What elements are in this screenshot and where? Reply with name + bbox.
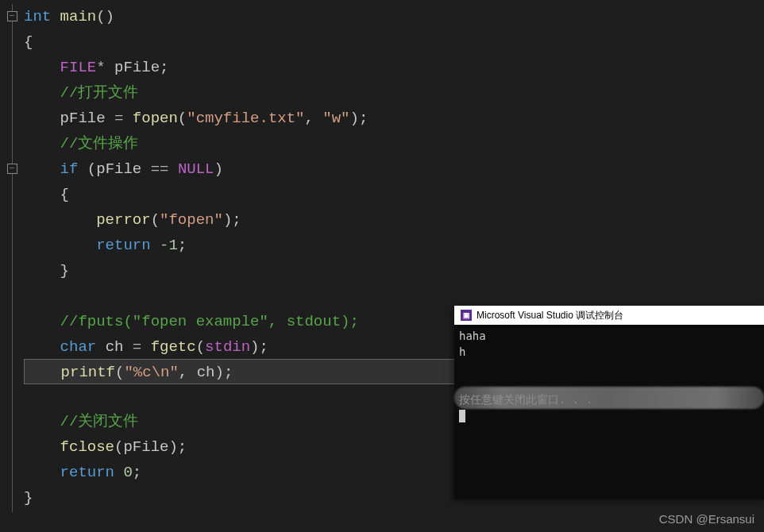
gutter-row [0,131,24,156]
token: //文件操作 [60,135,139,152]
gutter-row [0,55,24,80]
code-line[interactable]: FILE* pFile; [24,55,764,80]
console-titlebar[interactable]: ▣ Microsoft Visual Studio 调试控制台 [454,306,764,325]
token: //fputs("fopen example", stdout); [60,313,359,330]
gutter-row [0,436,24,461]
token: pFile [114,59,160,76]
gutter-row [0,385,24,411]
token: } [60,262,69,279]
code-line[interactable]: { [24,182,764,207]
gutter-row [0,283,24,309]
token: FILE [60,59,97,76]
token: ( [151,211,160,229]
watermark: CSDN @Ersansui [659,512,754,526]
token: = [133,338,151,356]
token: char [60,338,106,356]
token: ) [168,438,177,456]
gutter: −− [0,0,24,532]
token: //打开文件 [60,84,139,102]
console-line: haha [459,328,759,344]
debug-console-window: ▣ Microsoft Visual Studio 调试控制台 hahah 按任… [454,306,764,499]
token: , [179,364,197,381]
gutter-row: − [0,156,24,182]
token: ) [214,160,222,178]
token: ; [359,110,368,127]
redaction-smudge [454,387,764,409]
gutter-row [0,233,24,258]
token: "%c\n" [124,364,178,381]
console-output[interactable]: hahah 按任意键关闭此窗口. . . [454,325,764,499]
code-line[interactable]: return -1; [24,233,764,258]
token: main [60,8,97,25]
code-line[interactable]: if (pFile == NULL) [24,156,764,182]
fold-toggle-icon[interactable]: − [7,164,17,174]
token: "w" [322,110,349,127]
code-line[interactable]: //打开文件 [24,80,764,106]
console-title: Microsoft Visual Studio 调试控制台 [477,309,623,322]
gutter-row [0,334,24,360]
token: ( [196,338,205,356]
token: "fopen" [160,211,223,229]
token: } [24,489,33,507]
console-line: h [459,344,759,360]
token: { [60,186,69,203]
gutter-row [0,29,24,55]
cursor-icon [459,410,465,422]
token: fopen [133,110,178,127]
token: == [151,160,178,178]
gutter-row [0,80,24,106]
code-line[interactable]: } [24,258,764,283]
token: = [114,110,133,127]
token: pFile [96,160,150,178]
token: fclose [60,438,114,456]
token: ( [87,160,96,178]
token: ( [114,438,123,456]
token: int [24,8,60,25]
vs-icon: ▣ [461,310,472,321]
token: ) [223,211,232,229]
fold-toggle-icon[interactable]: − [7,11,17,21]
token: 1 [168,237,177,254]
token: ; [160,59,168,76]
token: ; [260,338,268,356]
gutter-row [0,487,24,512]
token: ; [232,211,241,229]
token: ) [214,364,223,381]
token: - [160,237,168,254]
code-line[interactable]: pFile = fopen("cmyfile.txt", "w"); [24,106,764,131]
token: perror [96,211,150,229]
token: ch [197,364,215,381]
token: ch [106,338,133,356]
token: pFile [60,110,114,127]
token: pFile [123,438,168,456]
token: ; [133,464,141,481]
token: if [60,160,87,178]
token: () [96,8,114,25]
token: , [305,110,323,127]
code-line[interactable]: { [24,29,764,55]
code-line[interactable]: //文件操作 [24,131,764,156]
token: return [60,464,124,481]
token: fgetc [151,338,196,356]
gutter-row [0,207,24,233]
gutter-row [0,309,24,334]
gutter-row [0,258,24,283]
code-line[interactable]: perror("fopen"); [24,207,764,233]
token: ; [178,237,187,254]
token: ( [178,110,187,127]
token: { [24,33,33,51]
token: NULL [178,160,214,178]
code-line[interactable]: int main() [24,4,764,29]
token: ; [178,438,187,456]
token: printf [61,364,115,381]
gutter-row [0,461,24,487]
gutter-row [0,411,24,436]
token: * [96,59,114,76]
gutter-row [0,106,24,131]
gutter-row [0,360,24,385]
token: ) [350,110,359,127]
token: return [96,237,160,254]
token: "cmyfile.txt" [187,110,304,127]
token: 0 [123,464,132,481]
token: stdin [205,338,250,356]
